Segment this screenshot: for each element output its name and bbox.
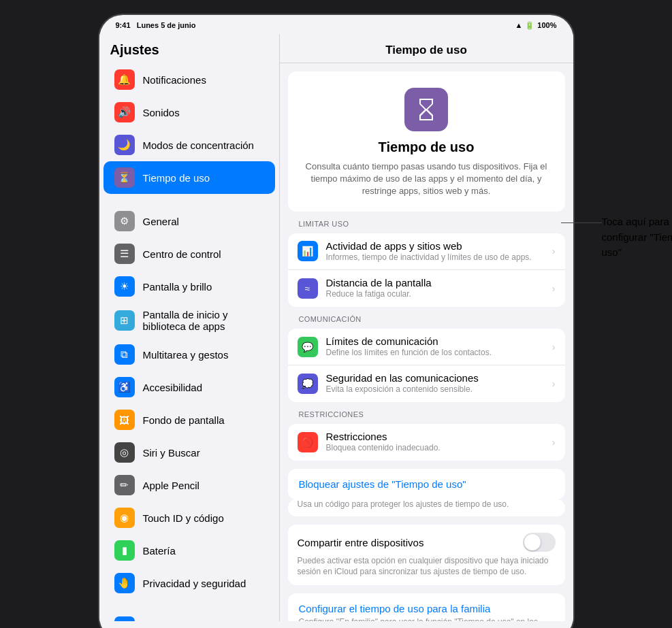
share-toggle-top: Compartir entre dispositivos xyxy=(298,533,556,552)
sidebar-icon-touch-id: ◉ xyxy=(114,508,135,528)
sidebar-icon-multitarea: ⧉ xyxy=(114,344,135,365)
lock-button[interactable]: Bloquear ajustes de "Tiempo de uso" xyxy=(288,469,565,499)
bottom-bar xyxy=(99,621,573,628)
sidebar-divider xyxy=(99,194,279,205)
settings-group-restricciones: 🚫 Restricciones Bloquea contenido inadec… xyxy=(288,424,565,461)
sidebar-item-notificaciones[interactable]: 🔔 Notificaciones xyxy=(103,63,275,96)
row-subtitle-distancia: Reduce la fatiga ocular. xyxy=(326,289,541,300)
settings-row-distancia[interactable]: ≈ Distancia de la pantalla Reduce la fat… xyxy=(288,270,565,307)
sidebar-label-concentracion: Modos de concentración xyxy=(143,139,254,151)
status-indicators: ▲ 🔋 100% xyxy=(515,21,556,30)
sidebar-icon-notificaciones: 🔔 xyxy=(114,69,135,90)
sidebar-item-bateria[interactable]: ▮ Batería xyxy=(103,534,275,567)
sidebar-icon-fondo: 🖼 xyxy=(114,410,135,430)
main-header: Tiempo de uso xyxy=(280,34,573,63)
sidebar-item-concentracion[interactable]: 🌙 Modos de concentración xyxy=(103,129,275,161)
sidebar-label-centro-control: Centro de control xyxy=(143,248,221,260)
hero-icon xyxy=(404,88,448,131)
sidebar: Ajustes 🔔 Notificaciones 🔊 Sonidos 🌙 Mod… xyxy=(99,34,280,621)
sidebar-icon-char-pantalla-inicio: ⊞ xyxy=(120,314,129,327)
status-time-date: 9:41 Lunes 5 de junio xyxy=(116,21,196,29)
sidebar-icon-char-tiempo-de-uso: ⏳ xyxy=(118,171,131,184)
sidebar-icon-char-concentracion: 🌙 xyxy=(118,139,131,151)
share-toggle-desc: Puedes activar esta opción en cualquier … xyxy=(298,556,556,577)
chevron-icon: › xyxy=(552,246,556,257)
sidebar-item-tiempo-de-uso[interactable]: ⏳ Tiempo de uso xyxy=(103,161,275,194)
row-title-seguridad-comunicaciones: Seguridad en las comunicaciones xyxy=(326,372,541,384)
main-sections: LIMITAR USO 📊 Actividad de apps y sitios… xyxy=(280,212,573,461)
sidebar-title: Ajustes xyxy=(99,34,279,63)
settings-row-actividad[interactable]: 📊 Actividad de apps y sitios web Informe… xyxy=(288,233,565,271)
row-icon-char-actividad: 📊 xyxy=(302,246,313,257)
sidebar-item-fondo[interactable]: 🖼 Fondo de pantalla xyxy=(103,403,275,436)
sidebar-label-accesibilidad: Accesibilidad xyxy=(143,382,203,393)
settings-row-limites-comunicacion[interactable]: 💬 Límites de comunicación Define los lím… xyxy=(288,329,565,366)
sidebar-icon-char-accesibilidad: ♿ xyxy=(118,381,131,393)
row-icon-char-seguridad-comunicaciones: 💭 xyxy=(302,378,313,389)
row-title-distancia: Distancia de la pantalla xyxy=(326,277,541,288)
sidebar-item-general[interactable]: ⚙ General xyxy=(103,205,275,237)
sidebar-label-pantalla-inicio: Pantalla de inicio y biblioteca de apps xyxy=(143,309,267,332)
sidebar-icon-char-siri: ◎ xyxy=(120,446,129,459)
row-subtitle-actividad: Informes, tiempo de inactividad y límite… xyxy=(326,252,541,263)
sidebar-label-sonidos: Sonidos xyxy=(143,107,180,118)
main-content[interactable]: Tiempo de uso Tiempo de uso Consulta cuá… xyxy=(280,34,573,621)
settings-row-seguridad-comunicaciones[interactable]: 💭 Seguridad en las comunicaciones Evita … xyxy=(288,365,565,402)
section-label-comunicación: COMUNICACIÓN xyxy=(280,307,573,326)
sidebar-icon-accesibilidad: ♿ xyxy=(114,377,135,397)
sidebar-label-notificaciones: Notificaciones xyxy=(143,74,206,86)
sidebar-icon-concentracion: 🌙 xyxy=(114,135,135,155)
sidebar-item-pantalla-inicio[interactable]: ⊞ Pantalla de inicio y biblioteca de app… xyxy=(103,303,275,338)
chevron-icon: › xyxy=(552,437,556,448)
sidebar-icon-centro-control: ☰ xyxy=(114,244,135,264)
sidebar-item-privacidad[interactable]: 🤚 Privacidad y seguridad xyxy=(103,567,275,599)
hero-desc: Consulta cuánto tiempo pasas usando tus … xyxy=(302,161,551,198)
row-title-limites-comunicacion: Límites de comunicación xyxy=(326,335,541,347)
row-subtitle-limites-comunicacion: Define los límites en función de los con… xyxy=(326,348,541,359)
status-date: Lunes 5 de junio xyxy=(137,21,196,29)
sidebar-icon-char-general: ⚙ xyxy=(120,215,129,227)
sidebar-item-centro-control[interactable]: ☰ Centro de control xyxy=(103,237,275,270)
sidebar-label-apple-pencil: Apple Pencil xyxy=(143,480,199,491)
settings-group-limitar-uso: 📊 Actividad de apps y sitios web Informe… xyxy=(288,233,565,307)
sidebar-icon-bateria: ▮ xyxy=(114,540,135,561)
family-button-text[interactable]: Configurar el tiempo de uso para la fami… xyxy=(299,603,554,614)
sidebar-icon-apple-pencil: ✏ xyxy=(114,475,135,495)
share-toggle[interactable] xyxy=(523,533,556,552)
row-subtitle-restricciones: Bloquea contenido inadecuado. xyxy=(326,443,541,454)
lock-button-text[interactable]: Bloquear ajustes de "Tiempo de uso" xyxy=(299,478,554,490)
sidebar-icon-pantalla-brillo: ☀ xyxy=(114,276,135,297)
family-button[interactable]: Configurar el tiempo de uso para la fami… xyxy=(288,593,565,621)
sidebar-label-touch-id: Touch ID y código xyxy=(143,512,224,524)
row-icon-char-restricciones: 🚫 xyxy=(302,437,313,448)
sidebar-icon-char-bateria: ▮ xyxy=(122,544,127,557)
hourglass-svg xyxy=(413,96,440,123)
sidebar-label-bateria: Batería xyxy=(143,545,176,557)
sidebar-item-sonidos[interactable]: 🔊 Sonidos xyxy=(103,96,275,129)
sidebar-icon-char-pantalla-brillo: ☀ xyxy=(120,280,129,293)
sidebar-icon-char-notificaciones: 🔔 xyxy=(118,73,131,86)
sidebar-item-pantalla-brillo[interactable]: ☀ Pantalla y brillo xyxy=(103,270,275,303)
row-icon-actividad: 📊 xyxy=(298,241,318,261)
sidebar-item-accesibilidad[interactable]: ♿ Accesibilidad xyxy=(103,371,275,403)
sidebar-item-touch-id[interactable]: ◉ Touch ID y código xyxy=(103,501,275,534)
row-icon-distancia: ≈ xyxy=(298,278,318,299)
sidebar-icon-pantalla-inicio: ⊞ xyxy=(114,310,135,331)
sidebar-item-siri[interactable]: ◎ Siri y Buscar xyxy=(103,436,275,469)
row-icon-restricciones: 🚫 xyxy=(298,432,318,452)
sidebar-item-apple-pencil[interactable]: ✏ Apple Pencil xyxy=(103,469,275,501)
battery-icon: 🔋 xyxy=(525,21,534,30)
sidebar-label-pantalla-brillo: Pantalla y brillo xyxy=(143,281,212,293)
sidebar-item-app-store[interactable]: A App Store xyxy=(103,610,275,621)
row-content-seguridad-comunicaciones: Seguridad en las comunicaciones Evita la… xyxy=(326,372,541,395)
share-toggle-row: Compartir entre dispositivos Puedes acti… xyxy=(288,525,565,585)
sidebar-items-container: 🔔 Notificaciones 🔊 Sonidos 🌙 Modos de co… xyxy=(99,63,279,621)
sidebar-icon-siri: ◎ xyxy=(114,442,135,463)
settings-row-restricciones[interactable]: 🚫 Restricciones Bloquea contenido inadec… xyxy=(288,424,565,461)
row-content-actividad: Actividad de apps y sitios web Informes,… xyxy=(326,240,541,263)
sidebar-label-general: General xyxy=(143,216,179,227)
sidebar-item-multitarea[interactable]: ⧉ Multitarea y gestos xyxy=(103,338,275,371)
callout-text: Toca aquí para empezar a configurar "Tie… xyxy=(602,214,673,261)
row-content-distancia: Distancia de la pantalla Reduce la fatig… xyxy=(326,277,541,300)
hero-section: Tiempo de uso Consulta cuánto tiempo pas… xyxy=(288,71,565,212)
